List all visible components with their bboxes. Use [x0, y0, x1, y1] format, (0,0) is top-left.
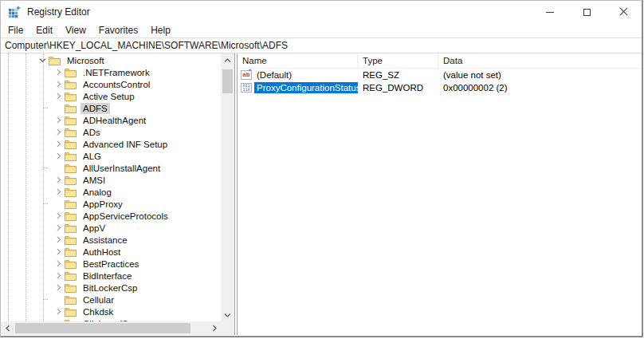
tree-item-label[interactable]: AMSI: [80, 175, 108, 186]
tree-rows: Microsoft.NETFrameworkAccountsControlAct…: [1, 54, 221, 322]
value-name-label[interactable]: ProxyConfigurationStatus: [254, 82, 358, 93]
tree-item-microsoft[interactable]: Microsoft: [1, 54, 221, 66]
tree-item-label[interactable]: Active Setup: [80, 91, 137, 102]
tree-item-alg[interactable]: ALG: [1, 150, 221, 162]
tree-item-label[interactable]: AllUserInstallAgent: [80, 163, 163, 174]
menubar: File Edit View Favorites Help: [1, 23, 642, 37]
chevron-right-icon[interactable]: [52, 282, 65, 294]
chevron-right-icon[interactable]: [52, 126, 65, 138]
scroll-right-icon[interactable]: [207, 321, 221, 335]
menu-help[interactable]: Help: [144, 23, 177, 37]
chevron-placeholder: [52, 162, 65, 174]
registry-tree-pane: Microsoft.NETFrameworkAccountsControlAct…: [1, 53, 234, 335]
folder-icon: [65, 92, 77, 101]
chevron-right-icon[interactable]: [52, 90, 65, 102]
value-row[interactable]: ab”(Default)REG_SZ(value not set): [238, 69, 642, 81]
vertical-scroll-thumb[interactable]: [222, 69, 233, 93]
menu-view[interactable]: View: [59, 23, 92, 37]
tree-item-chkdsk[interactable]: Chkdsk: [1, 306, 221, 317]
tree-item-label[interactable]: Advanced INF Setup: [80, 139, 170, 150]
scroll-up-icon[interactable]: [221, 53, 234, 67]
tree-horizontal-scrollbar[interactable]: [1, 321, 221, 335]
value-data-cell: 0x00000002 (2): [438, 83, 642, 93]
tree-item-label[interactable]: AccountsControl: [80, 79, 152, 90]
folder-icon: [65, 271, 77, 281]
close-button[interactable]: [605, 1, 642, 23]
maximize-button[interactable]: [568, 1, 605, 23]
tree-item-label[interactable]: Microsoft: [65, 55, 107, 66]
chevron-right-icon[interactable]: [52, 210, 65, 222]
tree-item-label[interactable]: ALG: [80, 151, 104, 162]
chevron-down-icon[interactable]: [36, 54, 49, 66]
chevron-right-icon[interactable]: [52, 150, 65, 162]
folder-icon: [65, 259, 77, 269]
column-header-name[interactable]: Name: [238, 53, 358, 68]
tree-item-label[interactable]: ADHealthAgent: [80, 115, 148, 126]
chevron-right-icon[interactable]: [52, 138, 65, 150]
horizontal-scroll-thumb[interactable]: [15, 323, 190, 333]
tree-connector: [43, 168, 48, 168]
chevron-right-icon[interactable]: [52, 66, 65, 78]
chevron-right-icon[interactable]: [52, 174, 65, 186]
tree-item-label[interactable]: AppV: [80, 223, 108, 234]
tree-item-analog[interactable]: Analog: [1, 186, 221, 198]
tree-item-label[interactable]: BestPractices: [80, 258, 141, 270]
scroll-left-icon[interactable]: [1, 321, 14, 335]
tree-item-alluserinstallagent[interactable]: AllUserInstallAgent: [1, 162, 221, 174]
tree-item-label[interactable]: Cellular: [80, 294, 116, 306]
tree-item-label[interactable]: ADFS: [80, 103, 110, 114]
column-header-type[interactable]: Type: [358, 53, 438, 68]
window-controls: [532, 1, 642, 23]
chevron-right-icon[interactable]: [52, 222, 65, 234]
tree-item-advanced-inf-setup[interactable]: Advanced INF Setup: [1, 138, 221, 150]
tree-item-amsi[interactable]: AMSI: [1, 174, 221, 186]
minimize-button[interactable]: [532, 1, 568, 23]
tree-item--netframework[interactable]: .NETFramework: [1, 66, 221, 78]
tree-item-cellular[interactable]: Cellular: [1, 294, 221, 306]
scrollbar-corner: [221, 321, 234, 335]
tree-item-bitlockercsp[interactable]: BitLockerCsp: [1, 282, 221, 294]
tree-item-label[interactable]: Chkdsk: [80, 306, 116, 317]
tree-item-bidinterface[interactable]: BidInterface: [1, 270, 221, 282]
menu-edit[interactable]: Edit: [29, 23, 59, 37]
chevron-right-icon[interactable]: [52, 234, 65, 246]
tree-item-appv[interactable]: AppV: [1, 222, 221, 234]
tree-item-accountscontrol[interactable]: AccountsControl: [1, 78, 221, 90]
tree-item-label[interactable]: Analog: [80, 187, 114, 198]
chevron-right-icon[interactable]: [52, 306, 65, 317]
tree-item-adhealthagent[interactable]: ADHealthAgent: [1, 114, 221, 126]
chevron-right-icon[interactable]: [52, 186, 65, 198]
value-name-label[interactable]: (Default): [254, 69, 294, 81]
tree-item-label[interactable]: .NETFramework: [80, 67, 152, 78]
menu-file[interactable]: File: [2, 23, 29, 37]
chevron-right-icon[interactable]: [52, 258, 65, 270]
tree-item-appserviceprotocols[interactable]: AppServiceProtocols: [1, 210, 221, 222]
tree-item-label[interactable]: AppServiceProtocols: [80, 211, 171, 222]
chevron-right-icon[interactable]: [52, 270, 65, 282]
menu-favorites[interactable]: Favorites: [92, 23, 144, 37]
registry-editor-icon: [8, 6, 21, 18]
folder-icon: [49, 56, 61, 65]
column-header-data[interactable]: Data: [438, 53, 642, 68]
tree-item-label[interactable]: ADs: [80, 127, 103, 138]
tree-item-label[interactable]: BidInterface: [80, 270, 134, 282]
tree-item-authhost[interactable]: AuthHost: [1, 246, 221, 258]
chevron-right-icon[interactable]: [52, 78, 65, 90]
folder-icon: [65, 164, 77, 173]
value-row[interactable]: 011110ProxyConfigurationStatusREG_DWORD0…: [238, 81, 642, 94]
address-input[interactable]: [1, 38, 642, 53]
tree-item-label[interactable]: Assistance: [80, 235, 130, 246]
tree-item-bestpractices[interactable]: BestPractices: [1, 258, 221, 270]
tree-item-active-setup[interactable]: Active Setup: [1, 90, 221, 102]
tree-item-assistance[interactable]: Assistance: [1, 234, 221, 246]
chevron-right-icon[interactable]: [52, 246, 65, 258]
tree-item-ads[interactable]: ADs: [1, 126, 221, 138]
chevron-right-icon[interactable]: [52, 114, 65, 126]
scroll-down-icon[interactable]: [221, 308, 234, 321]
tree-item-label[interactable]: BitLockerCsp: [80, 282, 139, 294]
tree-item-appproxy[interactable]: AppProxy: [1, 198, 221, 210]
tree-item-label[interactable]: AuthHost: [80, 246, 123, 258]
tree-item-adfs[interactable]: ADFS: [1, 102, 221, 114]
tree-item-label[interactable]: AppProxy: [80, 199, 125, 210]
tree-vertical-scrollbar[interactable]: [221, 53, 234, 321]
